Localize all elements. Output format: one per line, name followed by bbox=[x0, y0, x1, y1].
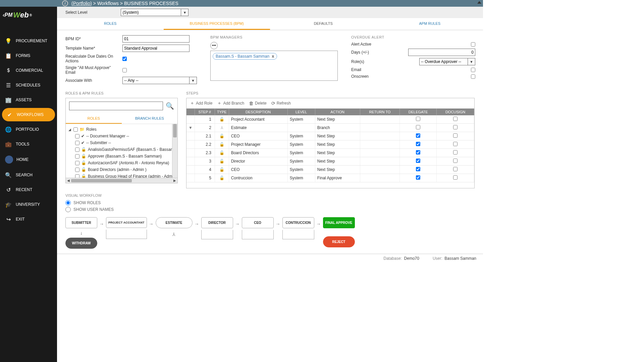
show-users-radio[interactable] bbox=[65, 207, 71, 212]
delete-button[interactable]: 🗑Delete bbox=[249, 100, 267, 106]
node-withdraw[interactable]: WITHDRAW bbox=[65, 238, 97, 249]
node-submitter[interactable]: SUBMITTER bbox=[65, 217, 97, 228]
subtab-roles[interactable]: ROLES bbox=[66, 114, 122, 124]
table-row[interactable]: 1🔓Project AccountantSystemNext Step bbox=[186, 115, 474, 124]
node-contruccion[interactable]: CONTRUCCION bbox=[282, 217, 314, 228]
delegate-checkbox[interactable] bbox=[416, 133, 420, 138]
roles-search-input[interactable] bbox=[69, 102, 163, 110]
table-row[interactable]: 2.2🔓Project ManagerSystemNext Step bbox=[186, 140, 474, 149]
chevron-down-icon[interactable]: ▼ bbox=[468, 58, 475, 65]
docusign-checkbox[interactable] bbox=[453, 133, 458, 138]
tab-defaults[interactable]: DEFAULTS bbox=[270, 18, 377, 30]
nav-tools[interactable]: 💼TOOLS bbox=[0, 137, 57, 152]
add-branch-button[interactable]: ＋Add Branch bbox=[217, 100, 244, 106]
more-icon[interactable]: ••• bbox=[210, 42, 218, 49]
nav-assets[interactable]: 🏢ASSETS bbox=[0, 93, 57, 107]
nav-workflows[interactable]: ✔WORKFLOWS bbox=[2, 108, 55, 121]
tree-item[interactable]: Approver (Bassam.S - Bassam Samman) bbox=[88, 154, 162, 159]
refresh-button[interactable]: ⟳Refresh bbox=[271, 100, 291, 106]
managers-box[interactable]: Bassam.S - Bassam Samman x bbox=[210, 51, 338, 81]
collapse-icon[interactable]: ◢ bbox=[68, 128, 72, 131]
nav-schedules[interactable]: ☰SCHEDULES bbox=[0, 78, 57, 93]
table-row[interactable]: 2.3🔓Board DirectorsSystemNext Step bbox=[186, 149, 474, 157]
days-input[interactable] bbox=[408, 49, 475, 56]
nav-university[interactable]: 🎓UNIVERSITY bbox=[0, 197, 57, 212]
tree-item[interactable]: Business Group Head of Finance (admin - … bbox=[88, 174, 172, 178]
tree-checkbox[interactable] bbox=[73, 127, 78, 132]
tree-checkbox[interactable] bbox=[75, 174, 79, 178]
docusign-checkbox[interactable] bbox=[453, 175, 458, 180]
add-role-button[interactable]: ＋Add Role bbox=[190, 100, 212, 106]
chip-remove-icon[interactable]: x bbox=[272, 54, 274, 59]
breadcrumb-portfolio[interactable]: (Portfolio) bbox=[71, 1, 92, 6]
info-icon[interactable]: i bbox=[62, 0, 68, 6]
alert-active-checkbox[interactable] bbox=[471, 42, 475, 47]
template-input[interactable] bbox=[122, 45, 190, 52]
tree-checkbox[interactable] bbox=[75, 168, 79, 172]
nav-exit[interactable]: ↪EXIT bbox=[0, 212, 57, 227]
tree-item[interactable]: AnalisisGastoPermisoSAF (Bassam.S - Bass… bbox=[88, 147, 172, 152]
tree-checkbox[interactable] bbox=[75, 161, 79, 165]
vertical-scrollbar[interactable] bbox=[172, 124, 177, 178]
node-estimate[interactable]: ESTIMATE bbox=[156, 217, 193, 228]
tree-checkbox[interactable] bbox=[75, 154, 79, 159]
table-row[interactable]: 5🔓ContruccionSystemFinal Approve bbox=[186, 174, 474, 182]
tree-checkbox[interactable] bbox=[75, 141, 79, 145]
table-row[interactable]: ▼2⅄EstimateBranch bbox=[186, 124, 474, 132]
tree-item[interactable]: -- Document Manager -- bbox=[86, 134, 129, 138]
table-row[interactable]: 3🔓DirectorSystemNext Step bbox=[186, 157, 474, 166]
table-row[interactable]: 4🔓CEOSystemNext Step bbox=[186, 166, 474, 174]
show-roles-radio[interactable] bbox=[65, 200, 71, 205]
tree-item[interactable]: AutorizacionSAF (Antonio.R - Antonio Rey… bbox=[88, 161, 169, 165]
nav-recent[interactable]: ↺RECENT bbox=[0, 182, 57, 197]
delegate-checkbox[interactable] bbox=[416, 142, 420, 146]
delegate-checkbox[interactable] bbox=[416, 150, 420, 155]
delegate-checkbox[interactable] bbox=[416, 117, 420, 121]
nav-commercial[interactable]: ＄COMMERCIAL bbox=[0, 63, 57, 78]
single-checkbox[interactable] bbox=[122, 68, 127, 72]
subtab-branch[interactable]: BRANCH RULES bbox=[122, 114, 178, 124]
nav-search[interactable]: 🔍SEARCH bbox=[0, 168, 57, 182]
onscreen-checkbox[interactable] bbox=[471, 74, 475, 79]
docusign-checkbox[interactable] bbox=[453, 125, 458, 129]
docusign-checkbox[interactable] bbox=[453, 142, 458, 146]
table-row[interactable]: 2.1🔓CEOSystemNext Step bbox=[186, 132, 474, 140]
chevron-down-icon[interactable]: ▼ bbox=[181, 9, 189, 16]
bpm-id-input[interactable] bbox=[122, 35, 190, 43]
node-reject[interactable]: REJECT bbox=[323, 236, 355, 247]
delegate-checkbox[interactable] bbox=[416, 159, 420, 163]
tree-item[interactable]: -- Submitter -- bbox=[86, 140, 111, 145]
nav-procurement[interactable]: 💡PROCUREMENT bbox=[0, 34, 57, 48]
tab-bpm[interactable]: BUSINESS PROCESSES (BPM) bbox=[164, 18, 270, 30]
nav-portfolio[interactable]: 🌐PORTFOLIO bbox=[0, 122, 57, 137]
docusign-checkbox[interactable] bbox=[453, 167, 458, 171]
docusign-checkbox[interactable] bbox=[453, 117, 458, 121]
search-icon[interactable]: 🔍 bbox=[166, 102, 174, 110]
node-final-approve[interactable]: FINAL APPROVE bbox=[323, 217, 355, 228]
recalc-checkbox[interactable] bbox=[122, 57, 127, 61]
docusign-checkbox[interactable] bbox=[453, 150, 458, 155]
user-value: Bassam Samman bbox=[444, 256, 476, 261]
tree-item[interactable]: Board Directors (admin - Admin ) bbox=[88, 167, 147, 172]
docusign-checkbox[interactable] bbox=[453, 159, 458, 163]
node-ceo[interactable]: CEO bbox=[242, 217, 274, 228]
level-select[interactable] bbox=[121, 9, 181, 16]
email-checkbox[interactable] bbox=[471, 68, 475, 72]
assoc-select[interactable] bbox=[122, 77, 190, 84]
node-director[interactable]: DIRECTOR bbox=[201, 217, 233, 228]
node-pa[interactable]: PROJECT ACCOUNTANT bbox=[106, 217, 147, 228]
nav-forms[interactable]: 📋FORMS bbox=[0, 48, 57, 63]
delegate-checkbox[interactable] bbox=[416, 167, 420, 171]
nav-home[interactable]: HOME bbox=[0, 152, 57, 168]
delegate-checkbox[interactable] bbox=[416, 125, 420, 129]
tree-checkbox[interactable] bbox=[75, 147, 79, 152]
scroll-up-icon[interactable] bbox=[477, 1, 481, 4]
chevron-down-icon[interactable]: ▼ bbox=[190, 77, 197, 84]
delegate-checkbox[interactable] bbox=[416, 175, 420, 180]
roles-tree[interactable]: ◢📁Roles ✔-- Document Manager -- ✔-- Subm… bbox=[66, 124, 172, 178]
tab-roles[interactable]: ROLES bbox=[57, 18, 164, 30]
roles-select[interactable] bbox=[419, 58, 468, 65]
tab-apm[interactable]: APM RULES bbox=[377, 18, 483, 30]
horizontal-scrollbar[interactable]: ◀▶ bbox=[66, 178, 177, 183]
tree-checkbox[interactable] bbox=[75, 134, 79, 138]
